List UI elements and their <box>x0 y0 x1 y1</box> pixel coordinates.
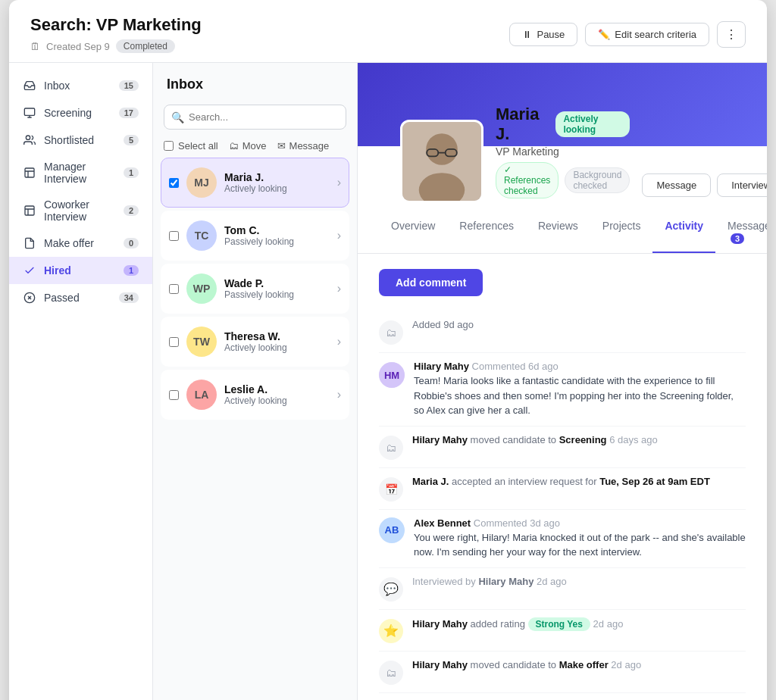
avatar-theresa: TW <box>186 327 217 357</box>
detail-avatar <box>400 120 483 203</box>
messages-badge: 3 <box>731 233 744 244</box>
activity-item-hilary-moved: 🗂 Hilary Mahy moved candidate to Screeni… <box>379 427 746 468</box>
message-icon: ✉ <box>277 140 286 152</box>
chevron-icon: › <box>337 282 341 295</box>
candidate-status-leslie: Actively looking <box>224 395 330 406</box>
passed-icon <box>23 291 36 305</box>
alex-meta: Alex Bennet Commented 3d ago <box>414 517 746 529</box>
tab-projects[interactable]: Projects <box>590 212 653 253</box>
move-button[interactable]: 🗂 Move <box>229 140 267 152</box>
app-header: Search: VP Marketing 🗓 Created Sep 9 Com… <box>9 0 767 63</box>
created-date: Created Sep 9 <box>46 41 110 52</box>
search-input[interactable] <box>164 105 346 130</box>
edit-icon: ✏️ <box>598 29 610 40</box>
activity-body-hilary: Hilary Mahy Commented 6d ago Team! Maria… <box>414 361 746 418</box>
candidate-card-theresa[interactable]: TW Theresa W. Actively looking › <box>161 317 349 367</box>
hilary-meta: Hilary Mahy Commented 6d ago <box>414 361 746 372</box>
edit-search-button[interactable]: ✏️ Edit search criteria <box>585 23 709 46</box>
moved-offer-meta: Hilary Mahy moved candidate to Make offe… <box>412 659 746 670</box>
sidebar-item-manager-interview[interactable]: Manager Interview 1 <box>9 154 152 192</box>
detail-actions: Message Interview Make offer ⋯ <box>642 164 767 203</box>
add-comment-button[interactable]: Add comment <box>379 269 483 296</box>
candidate-card-maria[interactable]: MJ Maria J. Actively looking › <box>161 158 349 208</box>
detail-panel: Maria J. Actively looking VP Marketing ✓… <box>358 63 767 700</box>
activity-body-hilary-moved: Hilary Mahy moved candidate to Screening… <box>412 434 746 447</box>
interviewed-meta: Interviewed by Hilary Mahy 2d ago <box>412 576 746 587</box>
sidebar-item-shortlisted[interactable]: Shortlisted 5 <box>9 127 152 154</box>
activity-item-maria-accepted: 📅 Maria J. accepted an interview request… <box>379 468 746 510</box>
references-tag: ✓ References checked <box>496 162 559 198</box>
candidate-status-tom: Passively looking <box>224 236 330 247</box>
inbox-badge: 15 <box>119 80 139 91</box>
alex-comment-text: You were right, Hilary! Maria knocked it… <box>414 530 746 560</box>
header-actions: ⏸ Pause ✏️ Edit search criteria ⋮ <box>509 21 746 48</box>
folder-icon: 🗂 <box>379 320 403 345</box>
sidebar-item-make-offer[interactable]: Make offer 0 <box>9 230 152 257</box>
tab-messages[interactable]: Messages 3 <box>715 212 767 253</box>
make-offer-badge: 0 <box>124 238 139 248</box>
sidebar-item-screening[interactable]: Screening 17 <box>9 99 152 127</box>
header-left: Search: VP Marketing 🗓 Created Sep 9 Com… <box>30 15 202 53</box>
sidebar-label-make-offer: Make offer <box>44 237 94 249</box>
candidate-checkbox-tom[interactable] <box>169 231 179 241</box>
candidate-checkbox-theresa[interactable] <box>169 337 179 347</box>
candidate-info-tom: Tom C. Passively looking <box>224 224 330 247</box>
activity-body-alex: Alex Bennet Commented 3d ago You were ri… <box>414 517 746 560</box>
folder-icon-2: 🗂 <box>379 436 403 460</box>
candidate-detail-name: Maria J. <box>496 105 548 144</box>
candidate-status-maria: Actively looking <box>224 183 330 194</box>
activity-body-moved-offer: Hilary Mahy moved candidate to Make offe… <box>412 659 746 672</box>
pause-icon: ⏸ <box>522 29 532 40</box>
inbox-header: Inbox <box>153 63 357 100</box>
candidate-card-tom[interactable]: TC Tom C. Passively looking › <box>161 211 349 261</box>
avatar-wade: WP <box>186 273 217 304</box>
candidate-checkbox-leslie[interactable] <box>169 390 179 400</box>
pause-button[interactable]: ⏸ Pause <box>509 23 577 46</box>
candidate-checkbox-wade[interactable] <box>169 284 179 294</box>
select-all-label[interactable]: Select all <box>164 140 218 152</box>
svg-rect-0 <box>24 108 34 115</box>
sidebar-nav: Inbox 15 Screening 17 <box>9 72 152 311</box>
shortlisted-icon <box>23 133 36 147</box>
inbox-icon <box>23 79 36 92</box>
manager-interview-icon <box>23 166 36 180</box>
candidate-role: VP Marketing <box>496 145 630 158</box>
more-options-button[interactable]: ⋮ <box>717 21 746 48</box>
candidate-card-leslie[interactable]: LA Leslie A. Actively looking › <box>161 370 349 420</box>
hired-badge: 1 <box>124 265 139 276</box>
sidebar-item-inbox[interactable]: Inbox 15 <box>9 72 152 99</box>
sidebar: Inbox 15 Screening 17 <box>9 63 153 700</box>
tab-overview[interactable]: Overview <box>379 212 447 253</box>
folder-icon-3: 🗂 <box>379 661 403 685</box>
select-all-checkbox[interactable] <box>164 141 174 151</box>
hilary-moved-meta: Hilary Mahy moved candidate to Screening… <box>412 434 746 445</box>
manager-interview-badge: 1 <box>124 167 139 178</box>
shortlisted-badge: 5 <box>124 135 139 145</box>
calendar-icon: 🗓 <box>30 41 40 52</box>
candidate-name-maria: Maria J. <box>224 171 330 183</box>
candidate-info-wade: Wade P. Passively looking <box>224 277 330 300</box>
avatar-tom: TC <box>186 220 217 251</box>
candidate-name-wade: Wade P. <box>224 277 330 289</box>
message-candidate-button[interactable]: Message <box>642 173 711 197</box>
svg-rect-5 <box>25 206 34 215</box>
message-button[interactable]: ✉ Message <box>277 140 330 152</box>
tab-references[interactable]: References <box>447 212 526 253</box>
interview-button[interactable]: Interview <box>717 173 767 197</box>
sidebar-item-passed[interactable]: Passed 34 <box>9 284 152 311</box>
tab-activity[interactable]: Activity <box>652 212 715 253</box>
sidebar-item-coworker-interview[interactable]: Coworker Interview 2 <box>9 192 152 230</box>
tab-reviews[interactable]: Reviews <box>526 212 590 253</box>
sidebar-item-hired[interactable]: Hired 1 <box>9 257 152 284</box>
activity-list: 🗂 Added 9d ago HM Hilary Mahy Commented … <box>379 311 746 700</box>
candidate-info-theresa: Theresa W. Actively looking <box>224 330 330 353</box>
coworker-interview-badge: 2 <box>124 205 139 216</box>
candidate-checkbox-maria[interactable] <box>169 178 179 188</box>
candidate-info-maria: Maria J. Actively looking <box>224 171 330 194</box>
sidebar-label-coworker-interview: Coworker Interview <box>44 198 124 223</box>
activity-item-alex-comment: AB Alex Bennet Commented 3d ago You were… <box>379 510 746 568</box>
candidate-card-wade[interactable]: WP Wade P. Passively looking › <box>161 264 349 314</box>
coworker-interview-icon <box>23 204 36 217</box>
make-offer-icon <box>23 236 36 250</box>
activity-body: Added 9d ago <box>412 319 746 332</box>
